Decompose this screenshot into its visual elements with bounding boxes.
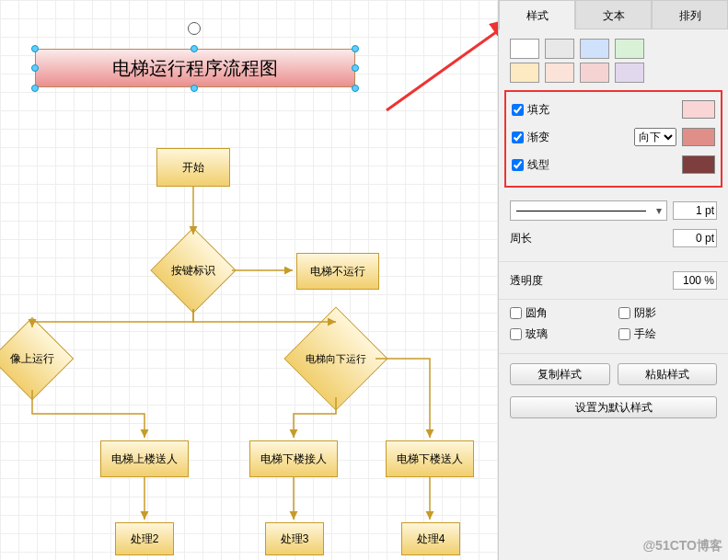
rounded-label: 圆角 [526, 305, 548, 321]
opacity-label: 透明度 [510, 273, 543, 289]
sketch-checkbox[interactable] [618, 328, 630, 340]
line-label: 线型 [527, 157, 549, 173]
gradient-color[interactable] [682, 128, 715, 146]
gradient-checkbox-label[interactable]: 渐变 [512, 130, 629, 145]
tab-style[interactable]: 样式 [499, 0, 575, 29]
opacity-input[interactable] [673, 271, 717, 290]
fill-checkbox-label[interactable]: 填充 [512, 102, 676, 118]
perimeter-label: 周长 [510, 231, 667, 246]
tab-arrange-label: 排列 [679, 9, 701, 22]
glass-label: 玻璃 [526, 326, 548, 342]
canvas[interactable]: 电梯运行程序流程图 开始 按键标识 电梯不运行 像上运行 电梯向下运行 电梯上楼… [0, 0, 498, 560]
copy-style-button[interactable]: 复制样式 [510, 363, 610, 385]
fill-color[interactable] [682, 100, 715, 119]
rounded-checkbox-label[interactable]: 圆角 [510, 305, 609, 321]
glass-checkbox[interactable] [510, 328, 522, 340]
style-panel: 样式 文本 排列 填充 渐变 向下 线型 ▾ [498, 0, 728, 560]
tab-text[interactable]: 文本 [575, 0, 652, 29]
fill-checkbox[interactable] [512, 104, 524, 116]
swatch-row-1 [499, 29, 728, 63]
perimeter-input[interactable] [673, 229, 717, 247]
paste-style-button[interactable]: 粘贴样式 [618, 363, 718, 385]
swatch[interactable] [580, 63, 609, 83]
tab-text-label: 文本 [603, 9, 625, 22]
sketch-checkbox-label[interactable]: 手绘 [618, 326, 718, 342]
connectors [0, 0, 498, 560]
highlighted-section: 填充 渐变 向下 线型 [504, 90, 722, 188]
gradient-direction[interactable]: 向下 [634, 128, 676, 146]
swatch[interactable] [615, 63, 644, 83]
swatch[interactable] [510, 39, 539, 59]
line-color[interactable] [682, 155, 715, 174]
paste-style-label: 粘贴样式 [645, 368, 689, 381]
shadow-label: 阴影 [634, 305, 656, 321]
rounded-checkbox[interactable] [510, 307, 522, 319]
line-checkbox-label[interactable]: 线型 [512, 157, 676, 173]
tab-style-label: 样式 [526, 9, 549, 22]
line-width-input[interactable] [673, 201, 717, 220]
shadow-checkbox[interactable] [618, 307, 630, 319]
swatch-row-2 [499, 63, 728, 86]
line-style-select[interactable]: ▾ [510, 200, 667, 221]
glass-checkbox-label[interactable]: 玻璃 [510, 326, 609, 342]
sketch-label: 手绘 [634, 326, 656, 342]
line-checkbox[interactable] [512, 159, 524, 171]
swatch[interactable] [545, 39, 574, 59]
shadow-checkbox-label[interactable]: 阴影 [618, 305, 718, 321]
set-default-label: 设置为默认样式 [575, 401, 653, 414]
swatch[interactable] [615, 39, 644, 59]
set-default-style-button[interactable]: 设置为默认样式 [510, 396, 717, 418]
watermark: @51CTO博客 [642, 538, 722, 554]
swatch[interactable] [510, 63, 539, 83]
gradient-label: 渐变 [527, 130, 549, 145]
swatch[interactable] [580, 39, 609, 59]
swatch[interactable] [545, 63, 574, 83]
copy-style-label: 复制样式 [537, 368, 582, 381]
tab-arrange[interactable]: 排列 [652, 0, 728, 29]
fill-label: 填充 [527, 102, 549, 118]
gradient-checkbox[interactable] [512, 131, 524, 143]
